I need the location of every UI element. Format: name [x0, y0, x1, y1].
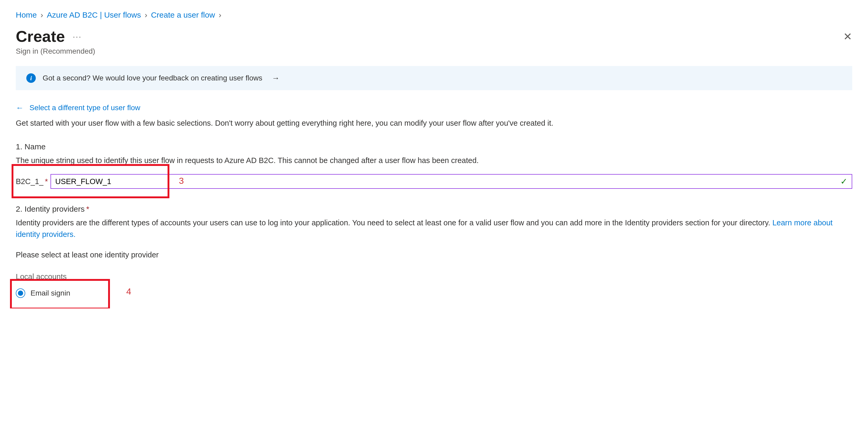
- breadcrumb-userflows[interactable]: Azure AD B2C | User flows: [47, 10, 141, 20]
- page-title: Create: [16, 27, 65, 45]
- close-icon[interactable]: ✕: [843, 31, 852, 42]
- chevron-right-icon: ›: [145, 10, 147, 20]
- more-actions-button[interactable]: ···: [73, 32, 82, 41]
- annotation-number-4: 4: [126, 286, 131, 296]
- intro-text: Get started with your user flow with a f…: [16, 118, 852, 129]
- check-icon: ✓: [840, 177, 847, 186]
- email-signin-option[interactable]: Email signin 4: [16, 288, 70, 298]
- breadcrumb-create[interactable]: Create a user flow: [151, 10, 215, 20]
- breadcrumb-home[interactable]: Home: [16, 10, 37, 20]
- idp-instruction: Please select at least one identity prov…: [16, 251, 852, 259]
- section-name-title: 1. Name: [16, 142, 852, 151]
- email-signin-label: Email signin: [31, 289, 70, 298]
- feedback-banner[interactable]: i Got a second? We would love your feedb…: [16, 66, 852, 90]
- chevron-right-icon: ›: [40, 10, 43, 20]
- info-icon: i: [26, 73, 36, 83]
- arrow-right-icon: →: [272, 74, 280, 83]
- breadcrumb: Home › Azure AD B2C | User flows › Creat…: [16, 10, 852, 20]
- section-idp-desc: Identity providers are the different typ…: [16, 217, 852, 240]
- required-indicator: *: [45, 177, 48, 186]
- back-link[interactable]: ← Select a different type of user flow: [16, 103, 852, 112]
- back-link-text[interactable]: Select a different type of user flow: [29, 103, 140, 112]
- radio-icon[interactable]: [16, 288, 25, 298]
- name-prefix-label: B2C_1_*: [16, 177, 51, 186]
- feedback-text: Got a second? We would love your feedbac…: [42, 74, 262, 82]
- local-accounts-label: Local accounts: [16, 272, 852, 281]
- required-indicator: *: [86, 205, 89, 213]
- section-name-desc: The unique string used to identify this …: [16, 155, 852, 166]
- user-flow-name-input[interactable]: [51, 174, 852, 189]
- section-idp-title: 2. Identity providers*: [16, 205, 852, 214]
- arrow-left-icon: ←: [16, 103, 24, 112]
- chevron-right-icon: ›: [219, 10, 221, 20]
- annotation-number-3: 3: [179, 176, 184, 186]
- page-subtitle: Sign in (Recommended): [16, 47, 852, 56]
